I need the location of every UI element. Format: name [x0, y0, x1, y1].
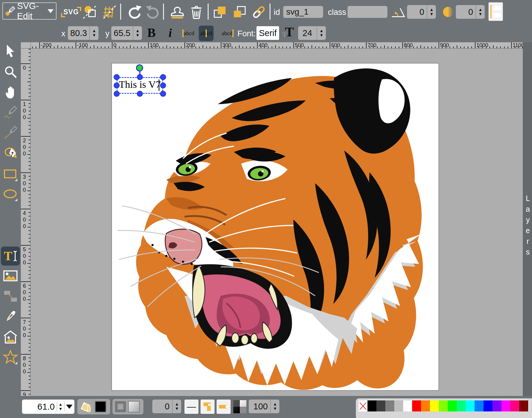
bold-button[interactable]: B — [145, 25, 158, 40]
ruler-tick — [29, 278, 30, 278]
palette-swatch[interactable] — [385, 400, 394, 411]
selection-handle-s[interactable] — [137, 91, 143, 97]
angle-spinner[interactable]: ▲▼ — [427, 5, 436, 19]
tool-text[interactable]: T — [1, 247, 20, 266]
palette-swatch[interactable] — [439, 400, 448, 411]
selection-handle-n[interactable] — [137, 74, 143, 80]
opacity-spinner[interactable]: ▲▼ — [270, 400, 279, 413]
rotate-handle[interactable] — [136, 64, 143, 71]
palette-swatch[interactable] — [484, 400, 492, 411]
palette-swatch[interactable] — [403, 400, 412, 411]
y-spinner[interactable]: ▲▼ — [133, 26, 142, 40]
tool-select[interactable] — [3, 43, 18, 59]
redo-button[interactable] — [146, 4, 161, 20]
make-link-button[interactable] — [251, 4, 267, 20]
stroke-width-input[interactable] — [152, 400, 172, 413]
tool-ellipse[interactable] — [3, 186, 18, 202]
align-panel-button[interactable] — [489, 2, 503, 21]
palette-swatch[interactable] — [421, 400, 430, 411]
tool-line[interactable] — [3, 125, 18, 140]
selection-handle-w[interactable] — [114, 82, 120, 88]
stroke-linejoin-button[interactable] — [201, 400, 215, 414]
palette-swatch[interactable] — [412, 400, 421, 411]
tool-rectangle[interactable] — [3, 166, 18, 182]
ruler-tick — [402, 42, 403, 48]
selection-handle-ne[interactable] — [160, 74, 166, 80]
x-spinner[interactable]: ▲▼ — [89, 26, 98, 40]
element-class-input[interactable] — [348, 6, 387, 18]
italic-button[interactable]: i — [164, 25, 176, 40]
ruler-tick — [29, 343, 30, 344]
selection-handle-sw[interactable] — [114, 91, 120, 97]
text-anchor-end-button[interactable]: abcd — [220, 26, 235, 41]
stroke-color-swatch[interactable] — [128, 401, 140, 413]
font-family-button[interactable]: Serif — [256, 26, 279, 40]
palette-swatch[interactable] — [510, 400, 519, 411]
angle-input[interactable] — [407, 5, 427, 19]
stroke-dash-button[interactable]: — — [184, 400, 198, 414]
ruler-tick — [123, 46, 123, 48]
palette-swatch[interactable] — [519, 400, 528, 411]
zoom-spinner[interactable]: ▲▼ — [57, 402, 65, 411]
stroke-width-spinner[interactable]: ▲▼ — [172, 400, 181, 413]
selection-handle-se[interactable] — [160, 91, 166, 97]
ruler-tick — [29, 121, 30, 122]
layers-panel-toggle[interactable]: Layers — [523, 42, 532, 396]
font-size-input[interactable] — [298, 26, 317, 40]
move-to-back-button[interactable] — [231, 4, 247, 20]
ruler-tick — [420, 45, 421, 48]
palette-swatch[interactable] — [457, 400, 466, 411]
palette-swatch[interactable] — [394, 400, 403, 411]
tool-zoom[interactable] — [3, 64, 18, 80]
zoom-input[interactable] — [22, 401, 57, 412]
move-to-front-button[interactable] — [212, 4, 227, 20]
tool-shape-library[interactable] — [3, 329, 18, 345]
tool-star[interactable] — [3, 350, 18, 365]
palette-swatch[interactable] — [367, 400, 376, 411]
selection-handle-nw[interactable] — [114, 74, 120, 80]
palette-swatch[interactable] — [475, 400, 484, 411]
tool-path[interactable] — [3, 145, 18, 160]
blur-input[interactable] — [456, 5, 475, 19]
stroke-linecap-button[interactable] — [217, 400, 231, 414]
tool-pencil[interactable] — [3, 105, 18, 121]
tool-connector[interactable] — [3, 288, 18, 304]
y-input[interactable] — [111, 26, 133, 40]
svg-source-button[interactable]: SVG — [63, 4, 79, 20]
text-anchor-start-button[interactable]: abcd — [181, 26, 196, 41]
ruler-tick — [493, 45, 494, 48]
text-anchor-middle-button[interactable]: abcd — [199, 26, 214, 41]
toolbar-separator — [163, 4, 164, 20]
palette-swatch[interactable] — [466, 400, 475, 411]
connector-icon — [3, 288, 18, 304]
document-properties-button[interactable] — [82, 4, 98, 20]
undo-button[interactable] — [126, 4, 142, 20]
clone-button[interactable] — [170, 4, 185, 20]
tool-eyedropper[interactable] — [3, 309, 18, 324]
palette-swatch[interactable] — [492, 400, 501, 411]
tool-pan[interactable] — [3, 84, 18, 99]
ruler-tick — [27, 118, 30, 118]
opacity-input[interactable] — [249, 400, 270, 413]
x-input[interactable] — [68, 26, 89, 40]
zoom-dropdown[interactable] — [65, 405, 74, 409]
ruler-tick — [195, 46, 196, 48]
svg-canvas[interactable]: This is V7 — [112, 63, 439, 390]
selection-handle-e[interactable] — [160, 82, 166, 88]
tool-image[interactable] — [3, 268, 18, 284]
palette-swatch[interactable] — [376, 400, 385, 411]
ruler-tick — [29, 49, 30, 49]
ruler-tick — [341, 46, 341, 48]
blur-spinner[interactable]: ▲▼ — [475, 5, 485, 19]
palette-none-swatch[interactable] — [359, 400, 367, 411]
editor-preferences-button[interactable] — [102, 4, 117, 20]
element-id-input[interactable] — [283, 6, 323, 18]
palette-swatch[interactable] — [501, 400, 510, 411]
font-size-spinner[interactable]: ▲▼ — [317, 26, 326, 40]
delete-button[interactable] — [189, 4, 204, 20]
palette-swatch[interactable] — [430, 400, 439, 411]
main-menu-button[interactable]: SVG-Edit — [2, 2, 57, 20]
zoom-dropdown-caret-icon — [66, 405, 73, 409]
fill-color-swatch[interactable] — [95, 401, 107, 413]
palette-swatch[interactable] — [448, 400, 457, 411]
